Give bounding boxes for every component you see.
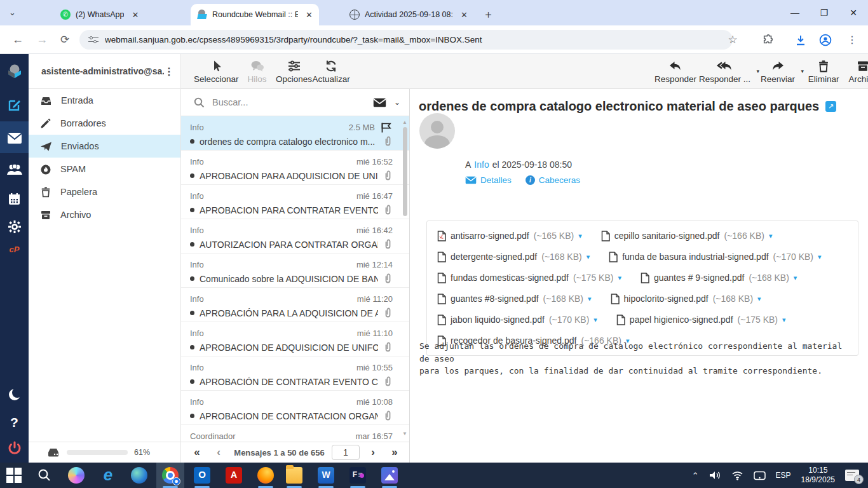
taskbar-fs-app-button[interactable]	[344, 463, 372, 488]
first-page-button[interactable]: «	[189, 446, 205, 459]
message-row[interactable]: Coordinadormar 16:57	[181, 425, 409, 442]
bookmark-star-icon[interactable]: ☆	[722, 25, 743, 54]
tab-close-icon[interactable]: ✕	[461, 10, 468, 20]
threads-button[interactable]: Hilos	[239, 54, 276, 89]
message-row[interactable]: Infomié 10:55 APROBACIÓN DE CONTRATAR EV…	[181, 356, 409, 391]
tab-close-icon[interactable]: ✕	[306, 10, 313, 20]
reply-button[interactable]: Responder	[654, 54, 696, 89]
tab-actividad[interactable]: Actividad 2025-09-18 08:00:00 ✕	[343, 4, 474, 25]
forward-icon[interactable]: →	[29, 25, 55, 54]
attachment-item[interactable]: antisarro-signed.pdf(~165 KB)▾	[437, 229, 582, 242]
extensions-icon[interactable]	[757, 25, 779, 54]
delete-button[interactable]: Eliminar	[805, 54, 842, 89]
search-scope-envelope-icon[interactable]	[373, 98, 386, 107]
tab-whatsapp[interactable]: ✆ (2) WhatsApp ✕	[54, 4, 172, 25]
site-settings-icon[interactable]	[88, 36, 98, 44]
taskbar-word-button[interactable]	[312, 463, 340, 488]
prev-page-button[interactable]: ‹	[210, 446, 227, 459]
open-in-new-window-icon[interactable]: ↗	[825, 101, 836, 112]
attachment-menu-icon[interactable]: ▾	[588, 295, 592, 303]
message-row[interactable]: Infomié 11:10 APROBACION DE ADQUISICION …	[181, 322, 409, 356]
reply-all-button[interactable]: Responder ... ▾	[699, 54, 758, 89]
sidebar-item-papelera[interactable]: Papelera	[29, 180, 180, 203]
message-row[interactable]: Infomié 10:08 APROBACION DE CONTRATACION…	[181, 391, 409, 425]
attachment-menu-icon[interactable]: ▾	[593, 316, 597, 324]
refresh-button[interactable]: Actualizar	[313, 54, 350, 89]
profile-icon[interactable]	[815, 25, 836, 54]
compose-icon[interactable]	[0, 92, 29, 118]
taskbar-acrobat-button[interactable]	[220, 463, 248, 488]
attachment-item[interactable]: guantes #8-signed.pdf(~168 KB)▾	[437, 292, 592, 305]
roundcube-logo-icon[interactable]	[0, 58, 29, 86]
taskbar-photos-button[interactable]	[376, 463, 403, 488]
notification-center-icon[interactable]: 4	[845, 470, 859, 481]
taskbar-outlook-button[interactable]	[188, 463, 216, 488]
taskbar-edge-button[interactable]	[125, 463, 153, 488]
attachment-menu-icon[interactable]: ▾	[818, 253, 822, 261]
attachment-menu-icon[interactable]: ▾	[794, 274, 797, 282]
reload-icon[interactable]: ⟳	[53, 25, 76, 54]
cpanel-icon[interactable]: cP	[0, 240, 29, 259]
search-input[interactable]: Buscar...	[212, 97, 365, 107]
page-input[interactable]: 1	[332, 445, 360, 460]
sidebar-item-entrada[interactable]: Entrada	[29, 89, 180, 112]
attachment-menu-icon[interactable]: ▾	[578, 232, 582, 240]
recipient-link[interactable]: Info	[474, 159, 489, 170]
scroll-down-icon[interactable]: ▼	[402, 431, 408, 437]
message-row[interactable]: Infomié 16:52 APROBACION PARA ADQUISICIO…	[181, 151, 409, 185]
attachment-item[interactable]: jabon liquido-signed.pdf(~170 KB)▾	[437, 313, 597, 326]
search-bar[interactable]: Buscar... ⌄	[181, 89, 409, 116]
download-icon[interactable]	[789, 25, 812, 54]
start-button[interactable]	[0, 463, 28, 488]
attachment-menu-icon[interactable]: ▾	[587, 253, 590, 261]
clock[interactable]: 10:15 18/9/2025	[801, 466, 835, 485]
account-header[interactable]: asistente-administrativo@sa... ⋮	[29, 54, 180, 89]
message-row[interactable]: Infomié 11:20 APROBACIÓN PARA LA ADQUISI…	[181, 288, 409, 322]
attachment-item[interactable]: hipoclorito-signed.pdf(~168 KB)▾	[611, 292, 761, 305]
message-row[interactable]: Infomié 12:14 Comunicado sobre la ADQUIS…	[181, 254, 409, 288]
wifi-icon[interactable]	[731, 471, 743, 480]
tab-close-icon[interactable]: ✕	[132, 10, 139, 20]
dark-mode-moon-icon[interactable]	[0, 383, 29, 406]
browser-menu-icon[interactable]: ⋮	[841, 25, 863, 54]
sidebar-item-spam[interactable]: SPAM	[29, 158, 180, 180]
back-icon[interactable]: ←	[5, 25, 31, 54]
mail-icon[interactable]	[0, 125, 29, 151]
select-button[interactable]: Seleccionar	[194, 54, 239, 89]
minimize-button[interactable]: —	[780, 0, 810, 25]
archive-button[interactable]: Archivo	[844, 54, 868, 89]
sidebar-item-enviados[interactable]: Enviados	[29, 135, 180, 158]
help-icon[interactable]: ?	[0, 411, 29, 434]
address-bar[interactable]: webmail.sanjuan.gob.ec/cpsess4895969315/…	[79, 30, 733, 50]
message-row[interactable]: Infomié 16:47 APROBACION PARA CONTRATAR …	[181, 185, 409, 219]
next-page-button[interactable]: ›	[365, 446, 381, 459]
settings-gear-icon[interactable]	[0, 214, 29, 240]
attachment-item[interactable]: cepillo sanitario-signed.pdf(~166 KB)▾	[601, 229, 773, 242]
flag-icon[interactable]	[380, 122, 393, 133]
scroll-up-icon[interactable]: ▲	[402, 119, 408, 125]
details-toggle[interactable]: Detalles	[465, 175, 512, 185]
taskbar-explorer-button[interactable]	[280, 463, 308, 488]
forward-caret-icon[interactable]: ▾	[801, 68, 804, 74]
tab-search-chevron-icon[interactable]: ⌄	[9, 8, 16, 17]
contacts-icon[interactable]	[0, 157, 29, 182]
attachment-menu-icon[interactable]: ▾	[618, 274, 621, 282]
taskbar-search-button[interactable]	[31, 463, 58, 488]
meet-now-icon[interactable]	[754, 471, 766, 480]
sidebar-item-archivo[interactable]: Archivo	[29, 203, 180, 226]
reply-all-caret-icon[interactable]: ▾	[757, 68, 760, 74]
close-button[interactable]: ✕	[839, 0, 868, 25]
attachment-menu-icon[interactable]: ▾	[769, 232, 773, 240]
forward-button[interactable]: Reenviar ▾	[761, 54, 803, 89]
tray-expand-chevron-icon[interactable]: ⌃	[692, 471, 699, 480]
language-indicator[interactable]: ESP	[776, 471, 791, 480]
attachment-item[interactable]: detergente-signed.pdf(~168 KB)▾	[437, 250, 590, 263]
tab-roundcube[interactable]: Roundcube Webmail :: Enviados ✕	[191, 4, 319, 25]
sidebar-item-borradores[interactable]: Borradores	[29, 112, 180, 135]
calendar-icon[interactable]	[0, 186, 29, 212]
attachment-menu-icon[interactable]: ▾	[782, 316, 786, 324]
search-options-chevron-icon[interactable]: ⌄	[394, 98, 400, 107]
restore-button[interactable]: ❐	[810, 0, 839, 25]
attachment-item[interactable]: fundas domesticas-signed.pdf(~175 KB)▾	[437, 271, 621, 284]
attachment-item[interactable]: funda de basura industrial-signed.pdf(~1…	[609, 250, 821, 263]
